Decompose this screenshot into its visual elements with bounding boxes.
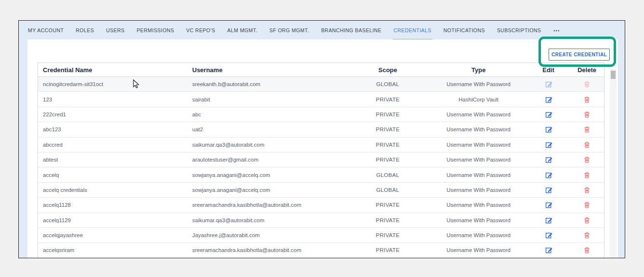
edit-button[interactable] — [545, 96, 552, 103]
table-row[interactable]: abtest arautotestuser@gmail.com PRIVATE … — [38, 152, 604, 167]
username-cell: sairabit — [187, 97, 346, 102]
scope-cell: PRIVATE — [346, 112, 429, 117]
col-header-delete: Delete — [569, 66, 605, 74]
delete-button[interactable] — [583, 141, 591, 149]
tab-vc-repos[interactable]: VC REPO'S — [186, 26, 215, 34]
tab-roles[interactable]: ROLES — [76, 26, 94, 34]
type-cell: Username With Password — [429, 217, 528, 223]
scrollbar-thumb[interactable] — [611, 71, 616, 79]
edit-icon — [545, 216, 552, 224]
scope-cell: PRIVATE — [346, 217, 429, 223]
table-row[interactable]: ncinogitcredarm-sit31oct sreekanth.b@aut… — [38, 77, 604, 92]
username-cell: abc — [187, 112, 346, 117]
tab-notifications[interactable]: NOTIFICATIONS — [444, 26, 485, 34]
username-cell: saikumar.qa3@autorabit.com — [187, 217, 346, 223]
type-cell: HashiCorp Vault — [429, 97, 528, 102]
username-cell: sreeramachandra.kasibhotla@autorabit.com — [187, 202, 346, 208]
edit-icon — [545, 231, 552, 239]
trash-icon — [583, 171, 591, 179]
edit-button[interactable] — [545, 80, 552, 88]
credential-name-cell: abc123 — [38, 126, 187, 132]
edit-button[interactable] — [545, 231, 552, 239]
scope-cell: PRIVATE — [346, 126, 429, 132]
type-cell: Username With Password — [429, 187, 528, 193]
table-row[interactable]: accelq1129 saikumar.qa3@autorabit.com PR… — [38, 213, 604, 228]
scope-cell: GLOBAL — [346, 81, 429, 87]
table-row[interactable]: accelq credentials sowjanya.anagani@acce… — [38, 183, 604, 198]
credential-name-cell: accelq — [38, 172, 187, 178]
table-row[interactable]: abc123 uat2 PRIVATE Username With Passwo… — [38, 122, 604, 137]
type-cell: Username With Password — [429, 112, 528, 117]
delete-button[interactable] — [583, 201, 591, 209]
edit-button[interactable] — [545, 246, 552, 254]
delete-button[interactable] — [583, 171, 591, 179]
edit-button[interactable] — [545, 171, 552, 179]
delete-button[interactable] — [583, 80, 591, 88]
delete-button[interactable] — [583, 96, 591, 103]
credential-name-cell: abccred — [38, 142, 187, 148]
delete-button[interactable] — [583, 186, 591, 194]
username-cell: sowjanya.anagani@accelq.com — [187, 172, 346, 178]
tab-alm-mgmt[interactable]: ALM MGMT. — [227, 26, 257, 34]
table-body: ncinogitcredarm-sit31oct sreekanth.b@aut… — [38, 77, 604, 258]
tab-sf-org-mgmt[interactable]: SF ORG MGMT. — [269, 26, 309, 34]
edit-button[interactable] — [545, 111, 552, 118]
credential-name-cell: accelq1128 — [38, 202, 187, 208]
edit-button[interactable] — [545, 216, 552, 224]
delete-button[interactable] — [583, 126, 591, 133]
edit-button[interactable] — [545, 126, 552, 133]
scope-cell: PRIVATE — [346, 247, 429, 253]
scope-cell: PRIVATE — [346, 157, 429, 163]
delete-button[interactable] — [583, 216, 591, 224]
scope-cell: PRIVATE — [346, 232, 429, 238]
type-cell: Username With Password — [429, 247, 528, 253]
credential-name-cell: accelqsriram — [38, 247, 187, 253]
trash-icon — [583, 111, 591, 118]
more-tabs-button[interactable]: ⋯ — [553, 27, 560, 33]
credential-name-cell: accelq credentials — [38, 187, 187, 193]
col-header-type: Type — [429, 66, 528, 74]
delete-button[interactable] — [583, 246, 591, 254]
table-row[interactable]: 222cred1 abc PRIVATE Username With Passw… — [38, 107, 604, 122]
tab-my-account[interactable]: MY ACCOUNT — [28, 26, 64, 34]
trash-icon — [583, 186, 591, 194]
username-cell: arautotestuser@gmail.com — [187, 157, 346, 163]
tab-branching-baseline[interactable]: BRANCHING BASELINE — [321, 26, 381, 34]
col-header-username: Username — [187, 66, 346, 74]
edit-icon — [545, 246, 552, 254]
type-cell: Username With Password — [429, 202, 528, 208]
tab-permissions[interactable]: PERMISSIONS — [137, 26, 174, 34]
tab-credentials[interactable]: CREDENTIALS — [394, 26, 431, 34]
credential-name-cell: accelq1129 — [38, 217, 187, 223]
delete-button[interactable] — [583, 231, 591, 239]
tab-subscriptions[interactable]: SUBSCRIPTIONS — [497, 26, 541, 34]
trash-icon — [583, 80, 591, 88]
type-cell: Username With Password — [429, 81, 528, 87]
edit-button[interactable] — [545, 156, 552, 164]
col-header-edit: Edit — [528, 66, 569, 74]
trash-icon — [583, 246, 591, 254]
table-row[interactable]: accelq1128 sreeramachandra.kasibhotla@au… — [38, 198, 604, 213]
type-cell: Username With Password — [429, 157, 528, 163]
table-row[interactable]: 123 sairabit PRIVATE HashiCorp Vault — [38, 92, 604, 107]
credential-name-cell: accelqjayashree — [38, 232, 187, 238]
tab-users[interactable]: USERS — [106, 26, 124, 34]
table-row[interactable]: accelqsriram sreeramachandra.kasibhotla@… — [38, 243, 604, 258]
table-row[interactable]: accelqjayashree Jayashree.j@autorabit.co… — [38, 228, 604, 243]
credentials-table: Credential Name Username Scope Type Edit… — [38, 63, 605, 258]
edit-icon — [545, 186, 552, 194]
delete-button[interactable] — [583, 111, 591, 118]
username-cell: uat2 — [187, 126, 346, 132]
table-scrollbar[interactable] — [610, 69, 617, 258]
table-row[interactable]: accelq sowjanya.anagani@accelq.com GLOBA… — [38, 167, 604, 182]
delete-button[interactable] — [583, 156, 591, 164]
edit-button[interactable] — [545, 141, 552, 149]
table-row[interactable]: abccred saikumar.qa3@autorabit.com PRIVA… — [38, 138, 604, 152]
trash-icon — [583, 201, 591, 209]
edit-button[interactable] — [545, 186, 552, 194]
credential-name-cell: abtest — [38, 157, 187, 163]
create-credential-button[interactable]: CREATE CREDENTIAL — [549, 49, 610, 61]
type-cell: Username With Password — [429, 172, 528, 178]
credential-name-cell: 123 — [38, 97, 187, 102]
edit-button[interactable] — [545, 201, 552, 209]
